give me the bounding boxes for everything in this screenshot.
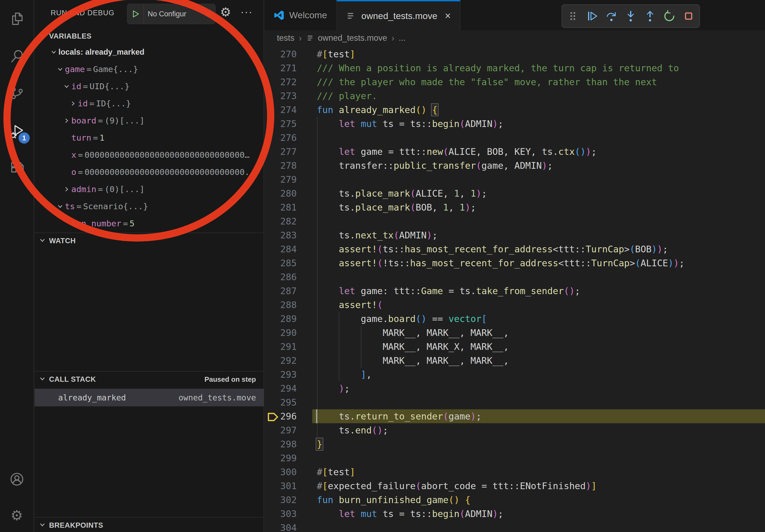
line-number-290[interactable]: 290 xyxy=(265,326,312,340)
line-number-297[interactable]: 297 xyxy=(265,423,312,437)
stop-button[interactable] xyxy=(680,8,697,25)
line-number-288[interactable]: 288 xyxy=(265,298,312,312)
variable-row-admin[interactable]: admin=(0)[...] xyxy=(35,180,264,198)
variable-row-id[interactable]: id=UID{...} xyxy=(35,78,264,95)
step-out-icon xyxy=(644,10,656,22)
restart-button[interactable] xyxy=(661,8,678,25)
code-line-text: /// the player who made the "false" move… xyxy=(312,75,765,89)
line-number-280[interactable]: 280 xyxy=(265,186,312,200)
line-number-285[interactable]: 285 xyxy=(265,256,312,270)
code-line-290: 290 MARK__, MARK__, MARK__, xyxy=(265,326,765,340)
line-number-302[interactable]: 302 xyxy=(265,493,312,507)
drag-handle[interactable] xyxy=(564,8,581,25)
line-number-273[interactable]: 273 xyxy=(265,89,312,103)
line-number-298[interactable]: 298 xyxy=(265,437,312,451)
variable-row-board[interactable]: board=(9)[...] xyxy=(35,112,264,129)
code-line-291: 291 MARK__, MARK_X, MARK__, xyxy=(265,340,765,354)
chevron-right-icon xyxy=(68,100,78,107)
activity-bar-item-source-control[interactable] xyxy=(0,77,34,109)
call-stack-frame[interactable]: already_marked owned_tests.move xyxy=(35,389,264,406)
call-stack-section-header[interactable]: CALL STACK Paused on step xyxy=(35,372,264,387)
code-line-text: ], xyxy=(312,368,765,382)
code-line-277: 277 let game = ttt::new(ALICE, BOB, KEY,… xyxy=(265,145,765,158)
line-number-271[interactable]: 271 xyxy=(265,61,312,75)
line-number-300[interactable]: 300 xyxy=(265,465,312,479)
variables-section-header[interactable]: VARIABLES xyxy=(35,28,264,44)
gear-icon: ⚙ xyxy=(10,507,23,523)
line-number-277[interactable]: 277 xyxy=(265,145,312,158)
continue-button[interactable] xyxy=(583,8,601,25)
variable-row-x[interactable]: x=00000000000000000000000000000000… xyxy=(35,146,264,163)
code-line-300: 300#[test] xyxy=(265,465,765,479)
code-line-text: MARK__, MARK__, MARK__, xyxy=(312,326,765,340)
activity-bar-item-explorer[interactable] xyxy=(0,3,34,35)
restart-icon xyxy=(663,10,675,22)
code-line-279: 279 xyxy=(265,172,765,186)
variables-scope-row[interactable]: locals: already_marked xyxy=(35,43,264,61)
activity-bar-item-extensions[interactable] xyxy=(0,152,34,184)
line-number-303[interactable]: 303 xyxy=(265,507,312,521)
watch-section: WATCH xyxy=(35,232,264,371)
code-line-271: 271/// When a position is already marked… xyxy=(265,61,765,75)
call-stack-section: CALL STACK Paused on step already_marked… xyxy=(35,371,264,517)
line-number-295[interactable]: 295 xyxy=(265,396,312,409)
line-number-284[interactable]: 284 xyxy=(265,242,312,256)
panel-header: RUN AND DEBUG No Configur ⚙ ··· xyxy=(35,0,264,28)
launch-config-dropdown[interactable]: No Configur xyxy=(144,10,202,18)
watch-section-header[interactable]: WATCH xyxy=(35,233,264,249)
line-number-283[interactable]: 283 xyxy=(265,228,312,242)
activity-bar-item-search[interactable] xyxy=(0,40,34,72)
close-icon[interactable]: × xyxy=(445,10,451,22)
line-number-278[interactable]: 278 xyxy=(265,158,312,172)
step-into-button[interactable] xyxy=(622,8,639,25)
variable-row-o[interactable]: o=00000000000000000000000000000000. xyxy=(35,163,264,180)
start-debugging-button[interactable] xyxy=(127,4,144,24)
chevron-down-icon[interactable] xyxy=(202,10,215,18)
line-number-301[interactable]: 301 xyxy=(265,479,312,493)
breakpoints-section-header[interactable]: BREAKPOINTS xyxy=(35,518,264,532)
line-number-293[interactable]: 293 xyxy=(265,368,312,382)
variable-row-ts[interactable]: ts=Scenario{...} xyxy=(35,198,264,215)
variable-row-txn_number[interactable]: txn_number=5 xyxy=(35,215,264,232)
code-line-text xyxy=(312,214,765,228)
line-number-294[interactable]: 294 xyxy=(265,382,312,396)
line-number-286[interactable]: 286 xyxy=(265,270,312,284)
tab-welcome[interactable]: Welcome xyxy=(265,0,337,30)
line-number-274[interactable]: 274 xyxy=(265,103,312,117)
variable-row-game[interactable]: game=Game{...} xyxy=(35,61,264,78)
line-number-289[interactable]: 289 xyxy=(265,312,312,326)
variable-row-turn[interactable]: turn=1 xyxy=(35,129,264,146)
activity-bar-item-manage[interactable]: ⚙ xyxy=(0,499,34,531)
line-number-276[interactable]: 276 xyxy=(265,131,312,145)
line-number-275[interactable]: 275 xyxy=(265,117,312,131)
tab-owned-tests-move[interactable]: owned_tests.move× xyxy=(337,0,460,30)
vscode-window: 1⚙ RUN AND DEBUG No Configur ⚙ ··· xyxy=(0,0,765,532)
line-number-279[interactable]: 279 xyxy=(265,172,312,186)
debug-settings-gear-icon[interactable]: ⚙ xyxy=(220,5,231,19)
breadcrumb-item--[interactable]: ... xyxy=(399,33,406,43)
line-number-292[interactable]: 292 xyxy=(265,354,312,368)
chevron-down-icon xyxy=(49,49,58,56)
line-number-291[interactable]: 291 xyxy=(265,340,312,354)
breadcrumb-item-tests[interactable]: tests xyxy=(277,33,294,43)
step-out-button[interactable] xyxy=(641,8,659,25)
line-number-287[interactable]: 287 xyxy=(265,284,312,298)
activity-bar-item-account[interactable] xyxy=(0,463,34,495)
line-number-299[interactable]: 299 xyxy=(265,451,312,465)
line-number-270[interactable]: 270 xyxy=(265,47,312,61)
code-line-text: MARK__, MARK_X, MARK__, xyxy=(312,340,765,354)
line-number-296[interactable]: 296 xyxy=(265,409,312,423)
more-actions-icon[interactable]: ··· xyxy=(241,6,253,18)
activity-bar-item-run-and-debug[interactable]: 1 xyxy=(0,115,34,147)
code-line-285: 285 assert!(!ts::has_most_recent_for_add… xyxy=(265,256,765,270)
variable-row-id[interactable]: id=ID{...} xyxy=(35,95,264,112)
line-number-282[interactable]: 282 xyxy=(265,214,312,228)
code-line-272: 272/// the player who made the "false" m… xyxy=(265,75,765,89)
move-file-icon xyxy=(306,34,315,43)
code-line-text: /// player. xyxy=(312,89,765,103)
breadcrumb-item-owned-tests-move[interactable]: owned_tests.move xyxy=(306,33,387,43)
line-number-272[interactable]: 272 xyxy=(265,75,312,89)
step-over-button[interactable] xyxy=(603,8,620,25)
line-number-304[interactable]: 304 xyxy=(265,521,312,532)
line-number-281[interactable]: 281 xyxy=(265,200,312,214)
